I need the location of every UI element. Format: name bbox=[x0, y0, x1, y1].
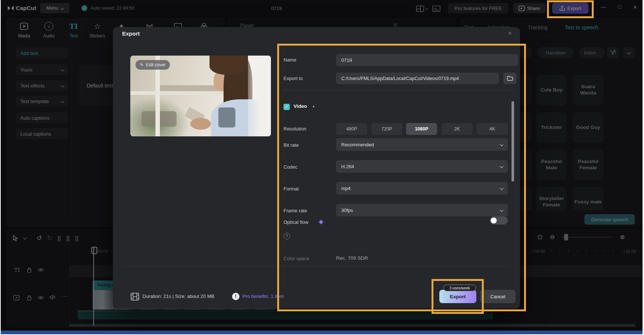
preview-window-frame bbox=[130, 91, 230, 95]
highlight-box-export-confirm bbox=[432, 279, 484, 314]
dialog-title: Export bbox=[122, 30, 140, 37]
edit-cover-label: Edit cover bbox=[146, 62, 165, 67]
alert-icon: ! bbox=[232, 293, 239, 300]
export-info-text: Duration: 21s | Size: about 20 MB bbox=[142, 293, 214, 299]
preview-curtain bbox=[248, 56, 271, 136]
preview-hair-top bbox=[209, 56, 248, 75]
highlight-box-export-settings bbox=[277, 44, 526, 311]
film-icon bbox=[130, 292, 140, 301]
dialog-close-icon[interactable]: × bbox=[508, 30, 511, 37]
pencil-icon: ✎ bbox=[140, 62, 144, 67]
edit-cover-button[interactable]: ✎ Edit cover bbox=[135, 60, 170, 70]
cover-preview: ✎ Edit cover bbox=[130, 56, 271, 136]
preview-mug bbox=[218, 107, 235, 127]
bottom-accent-bar bbox=[1, 331, 643, 334]
screenshot-page: CapCut Menu ✓ Auto saved: 22:49:50 0719 … bbox=[0, 0, 644, 335]
preview-hand bbox=[190, 118, 211, 130]
highlight-box-export-top bbox=[547, 0, 594, 18]
